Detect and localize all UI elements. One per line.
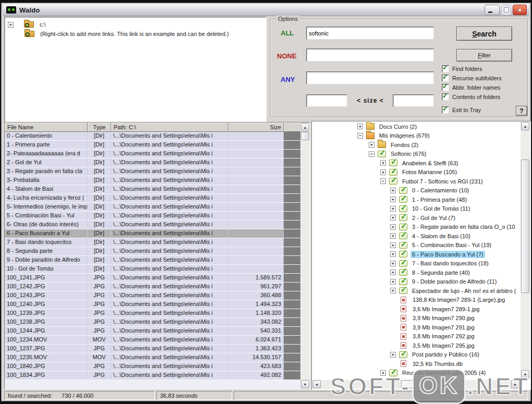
table-row[interactable]: 10 - Gol de Tomás[Dir]\...\Documents and… [5, 265, 300, 274]
tree-node[interactable]: 3,5 Mb Imagen7 295.jpg [312, 341, 520, 350]
expand-icon[interactable]: + [390, 224, 396, 230]
search-button[interactable]: Search [456, 27, 512, 41]
table-row[interactable]: 100_1243.JPGJPG\...\Documents and Settin… [5, 291, 300, 300]
table-row[interactable]: 100_1239.JPGJPG\...\Documents and Settin… [5, 309, 300, 318]
tree-node-label[interactable]: 3,6 Mb Imagen7 289-1.jpg [411, 305, 481, 313]
table-row[interactable]: 5 - Combinación Basi - Yul[Dir]\...\Docu… [5, 212, 300, 221]
tree-vscrollbar[interactable]: ▲ ▼ [521, 122, 530, 378]
tree-node-label[interactable]: 0 - Calentamiento (10) [410, 187, 470, 194]
table-row[interactable]: 100_1240.JPGJPG\...\Documents and Settin… [5, 300, 300, 309]
filter-button[interactable]: Filter [456, 49, 512, 62]
table-row[interactable]: 3- Prebatalla[Dir]\...\Documents and Set… [5, 176, 300, 185]
table-row[interactable]: 100_1235.MOVMOV\...\Documents and Settin… [5, 353, 300, 362]
tree-node-label[interactable]: 2 - Gol de Yul (7) [410, 214, 457, 222]
table-row[interactable]: 2- Pateaaaadaaaaaaa (era d[Dir]\...\Docu… [5, 150, 300, 158]
table-row[interactable]: 100_1244.JPGJPG\...\Documents and Settin… [5, 327, 300, 336]
expand-icon[interactable]: + [369, 142, 374, 148]
collapse-icon[interactable]: − [357, 133, 363, 139]
expand-icon[interactable]: + [390, 352, 396, 358]
tree-node-label[interactable]: 3 - Regate parado en falta clara O_o (10 [410, 223, 517, 230]
tree-node[interactable]: +6 - Paco Buscando a Yul (7) [312, 250, 520, 259]
column-header-type[interactable]: Type [88, 123, 111, 132]
tree-node-label[interactable]: Docs Curro (2) [378, 123, 418, 130]
tree-node[interactable]: −Mis imágenes (679) [312, 131, 520, 141]
tree-node[interactable]: +0 - Calentamiento (10) [312, 186, 520, 195]
expand-icon[interactable]: + [380, 160, 386, 166]
tree-node[interactable]: 32,5 Kb Thumbs.db [312, 359, 520, 369]
expand-icon[interactable]: + [390, 288, 396, 293]
tree-node-label[interactable]: 3,5 Mb Imagen7 295.jpg [411, 342, 476, 349]
any-input[interactable] [306, 71, 434, 84]
tree-node[interactable]: +8 - Segunda parte (40) [312, 268, 520, 277]
tree-node[interactable]: +Espectador de lujo - Ah no! es el árbit… [312, 286, 520, 296]
checkbox-find-folders[interactable]: ✓Find folders [442, 64, 502, 74]
scroll-left-icon[interactable]: ◄ [312, 380, 321, 388]
file-list-vscrollbar[interactable]: ▲ ▼ [300, 123, 310, 389]
collapse-icon[interactable]: − [369, 151, 374, 157]
tree-node[interactable]: +1 - Primera parte (48) [312, 195, 520, 204]
table-row[interactable]: 100_1242.JPGJPG\...\Documents and Settin… [5, 283, 300, 291]
checkbox-contents-of-folders[interactable]: ✓Contents of folders [442, 92, 502, 102]
close-button[interactable]: × [513, 5, 527, 15]
expand-icon[interactable]: + [390, 261, 396, 266]
tree-node[interactable]: −Futbol 7 - Softonic vs RGI (231) [312, 177, 520, 186]
expand-icon[interactable]: + [380, 169, 386, 175]
checkbox-box[interactable]: ✓ [442, 65, 449, 72]
tree-node[interactable]: +7 - Basi dando toquecitos (18) [312, 259, 520, 268]
tree-node-label[interactable]: Anabelen & Steffi (63) [401, 160, 460, 167]
expand-icon[interactable]: + [390, 279, 396, 285]
tree-node[interactable]: 3,9 Mb Imagen7 290.jpg [312, 314, 520, 323]
tree-node[interactable]: +Anabelen & Steffi (63) [312, 158, 520, 168]
size-max-input[interactable] [393, 94, 434, 107]
expand-icon[interactable]: + [390, 206, 396, 212]
table-row[interactable]: 2 - Gol de Yul[Dir]\...\Documents and Se… [5, 158, 300, 167]
tree-node-label[interactable]: 4 - Slalom de Basi (10) [410, 232, 472, 240]
tree-node[interactable]: +2 - Gol de Yul (7) [312, 213, 520, 223]
tree-node-label[interactable]: 9 - Doble paradón de Alfredo (11) [410, 278, 498, 285]
tree-node-label[interactable]: Softonic (676) [389, 150, 428, 157]
minimize-button[interactable] [485, 5, 500, 15]
tree-node-label[interactable]: Espectador de lujo - Ah no! es el árbitr… [410, 287, 517, 295]
tree-node-label[interactable]: Mis imágenes (679) [378, 132, 431, 139]
help-button[interactable]: ? [516, 106, 527, 116]
tree-node[interactable]: 3,6 Mb Imagen7 289-1.jpg [312, 304, 520, 314]
table-row[interactable]: 7 - Basi dando toquecitos[Dir]\...\Docum… [5, 238, 300, 247]
checkbox-box[interactable]: ✓ [442, 75, 449, 82]
scroll-up-icon[interactable]: ▲ [521, 122, 529, 130]
tree-node-label[interactable]: 3,9 Mb Imagen7 290.jpg [411, 314, 476, 322]
file-list-vscroll-thumb[interactable] [301, 132, 309, 140]
tree-node[interactable]: +Fotos Marianne (105) [312, 168, 520, 177]
expand-icon[interactable]: + [390, 233, 396, 239]
table-row[interactable]: 5- Intermedios (enemigo, le imp[Dir]\...… [5, 203, 300, 212]
table-row[interactable]: 4 - Slalom de Basi[Dir]\...\Documents an… [5, 185, 300, 194]
checkbox-box[interactable]: ✓ [442, 106, 449, 114]
collapse-icon[interactable]: − [380, 178, 386, 184]
tree-node-label[interactable]: 8 - Segunda parte (40) [410, 269, 471, 276]
tree-node-label[interactable]: 3,8 Mb Imagen7 292.jpg [411, 333, 476, 340]
tree-node-label[interactable]: Futbol 7 - Softonic vs RGI (231) [401, 178, 485, 185]
expand-icon[interactable]: + [357, 124, 363, 129]
tree-node[interactable]: 3,9 Mb Imagen7 291.jpg [312, 323, 520, 332]
table-row[interactable]: 100_1840.JPGJPG\...\Documents and Settin… [5, 362, 300, 371]
table-row[interactable]: 6 - Paco Buscando a Yul[Dir]\...\Documen… [5, 229, 300, 238]
checkbox-box[interactable]: ✓ [442, 84, 449, 91]
tree-node-label[interactable]: 3,9 Mb Imagen7 291.jpg [411, 324, 476, 331]
tree-node[interactable]: 138,8 Kb Imagen7 289-1 (Large).jpg [312, 296, 520, 305]
tree-node[interactable]: +Docs Curro (2) [312, 122, 520, 131]
checkbox-box[interactable]: ✓ [442, 93, 449, 101]
link-tree-item[interactable]: +c:\ [5, 20, 266, 29]
column-header-size[interactable]: Size [228, 123, 284, 132]
link-tree-item[interactable]: (Right-click to add more links. This lin… [5, 29, 266, 39]
table-row[interactable]: 8 - Segunda parte[Dir]\...\Documents and… [5, 247, 300, 256]
table-row[interactable]: 100_1241.JPGJPG\...\Documents and Settin… [5, 274, 300, 283]
tree-node[interactable]: +5 - Combinación Basi - Yul (19) [312, 241, 520, 250]
table-row[interactable]: 6- Otras (de dudoso interés)[Dir]\...\Do… [5, 221, 300, 229]
table-row[interactable]: 4- Lucha encarnizada y feroz |[Dir]\...\… [5, 194, 300, 203]
maximize-button[interactable] [501, 5, 511, 15]
table-row[interactable]: 1 - Primera parte[Dir]\...\Documents and… [5, 141, 300, 150]
tree-node[interactable]: +Fondos (2) [312, 140, 520, 150]
tree-node-label[interactable]: 5 - Combinación Basi - Yul (19) [410, 241, 493, 249]
tree-vscroll-thumb[interactable] [521, 160, 529, 293]
tree-node-label[interactable]: 6 - Paco Buscando a Yul (7) [410, 251, 485, 258]
tree-node-label[interactable]: 7 - Basi dando toquecitos (18) [410, 260, 490, 267]
